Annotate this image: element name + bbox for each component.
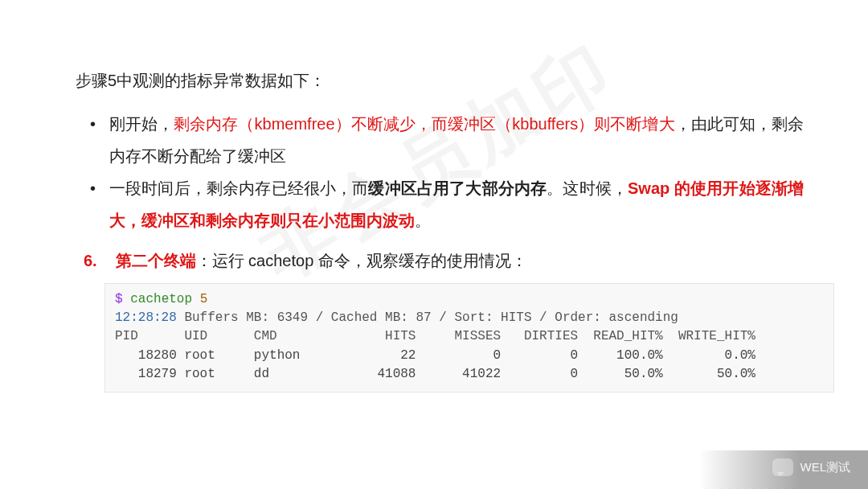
intro-line: 步骤5中观测的指标异常数据如下： <box>76 68 804 93</box>
chat-icon <box>772 458 793 476</box>
text-run: 一段时间后，剩余内存已经很小，而 <box>109 179 368 197</box>
bullet-item: 一段时间后，剩余内存已经很小，而缓冲区占用了大部分内存。这时候，Swap 的使用… <box>84 172 804 236</box>
step-term: 第二个终端 <box>116 252 196 269</box>
step-number: 6. <box>84 244 111 277</box>
code-statline: Buffers MB: 6349 / Cached MB: 87 / Sort:… <box>177 310 678 325</box>
text-run: 刚开始， <box>109 115 174 133</box>
code-block: $ cachetop 5 12:28:28 Buffers MB: 6349 /… <box>104 283 834 392</box>
text-run: 。 <box>415 212 431 229</box>
text-run: 。这时候， <box>547 179 628 197</box>
command-arg: 5 <box>200 292 208 306</box>
code-time: 12:28:28 <box>115 310 177 325</box>
command-name: cachetop <box>130 292 192 306</box>
step-rest: ：运行 cachetop 命令，观察缓存的使用情况： <box>196 252 527 269</box>
footer: WEL测试 <box>772 458 850 476</box>
code-row: 18279 root dd 41088 41022 0 50.0% 50.0% <box>115 367 755 381</box>
code-header: PID UID CMD HITS MISSES DIRTIES READ_HIT… <box>115 329 755 343</box>
bullet-list: 刚开始，剩余内存（kbmemfree）不断减少，而缓冲区（kbbuffers）则… <box>76 108 804 236</box>
footer-label: WEL测试 <box>800 460 850 475</box>
text-run: 缓冲区占用了大部分内存 <box>368 179 547 197</box>
step-6-line: 6. 第二个终端：运行 cachetop 命令，观察缓存的使用情况： <box>76 244 804 277</box>
code-row: 18280 root python 22 0 0 100.0% 0.0% <box>115 348 755 363</box>
prompt: $ <box>115 292 123 306</box>
document-body: 步骤5中观测的指标异常数据如下： 刚开始，剩余内存（kbmemfree）不断减少… <box>0 0 868 392</box>
text-run: 剩余内存（kbmemfree）不断减少，而缓冲区（kbbuffers）则不断增大 <box>174 115 674 133</box>
bullet-item: 刚开始，剩余内存（kbmemfree）不断减少，而缓冲区（kbbuffers）则… <box>84 108 804 172</box>
